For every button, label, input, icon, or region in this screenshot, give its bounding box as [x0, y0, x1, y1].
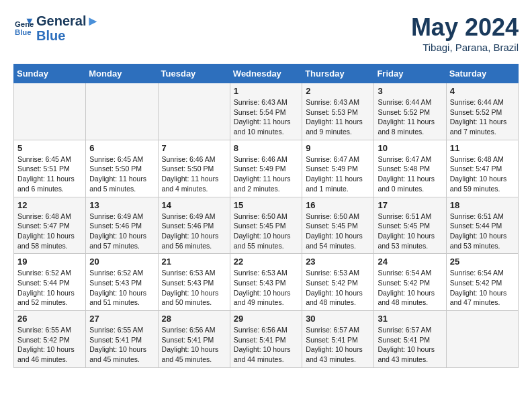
day-number: 11 — [450, 143, 515, 153]
calendar-cell — [14, 83, 86, 140]
calendar-cell: 31Sunrise: 6:57 AM Sunset: 5:41 PM Dayli… — [374, 311, 446, 368]
day-number: 26 — [17, 314, 82, 324]
calendar-cell: 14Sunrise: 6:49 AM Sunset: 5:46 PM Dayli… — [158, 197, 230, 254]
day-info: Sunrise: 6:45 AM Sunset: 5:50 PM Dayligh… — [89, 154, 154, 194]
calendar-cell: 24Sunrise: 6:54 AM Sunset: 5:42 PM Dayli… — [374, 254, 446, 311]
day-info: Sunrise: 6:49 AM Sunset: 5:46 PM Dayligh… — [162, 212, 226, 251]
logo: General Blue General► Blue — [13, 13, 99, 43]
calendar-cell: 7Sunrise: 6:46 AM Sunset: 5:50 PM Daylig… — [158, 140, 230, 197]
day-info: Sunrise: 6:46 AM Sunset: 5:49 PM Dayligh… — [234, 154, 298, 194]
day-info: Sunrise: 6:43 AM Sunset: 5:54 PM Dayligh… — [234, 97, 298, 137]
weekday-header-sunday: Sunday — [14, 64, 86, 83]
day-info: Sunrise: 6:43 AM Sunset: 5:53 PM Dayligh… — [306, 97, 370, 137]
calendar-cell: 15Sunrise: 6:50 AM Sunset: 5:45 PM Dayli… — [230, 197, 302, 254]
day-info: Sunrise: 6:55 AM Sunset: 5:42 PM Dayligh… — [17, 325, 82, 365]
day-info: Sunrise: 6:49 AM Sunset: 5:46 PM Dayligh… — [89, 212, 154, 251]
svg-text:Blue: Blue — [15, 28, 32, 36]
day-info: Sunrise: 6:57 AM Sunset: 5:41 PM Dayligh… — [306, 325, 370, 365]
calendar-cell: 8Sunrise: 6:46 AM Sunset: 5:49 PM Daylig… — [230, 140, 302, 197]
day-info: Sunrise: 6:54 AM Sunset: 5:42 PM Dayligh… — [450, 268, 515, 308]
day-info: Sunrise: 6:44 AM Sunset: 5:52 PM Dayligh… — [450, 97, 515, 137]
calendar-cell: 12Sunrise: 6:48 AM Sunset: 5:47 PM Dayli… — [14, 197, 86, 254]
day-info: Sunrise: 6:50 AM Sunset: 5:45 PM Dayligh… — [306, 212, 370, 251]
calendar-cell: 22Sunrise: 6:53 AM Sunset: 5:43 PM Dayli… — [230, 254, 302, 311]
title-block: May 2024 Tibagi, Parana, Brazil — [411, 13, 519, 53]
day-number: 13 — [89, 200, 154, 210]
day-number: 17 — [378, 200, 442, 210]
day-number: 31 — [378, 314, 442, 324]
calendar-cell: 9Sunrise: 6:47 AM Sunset: 5:49 PM Daylig… — [302, 140, 374, 197]
day-number: 18 — [450, 200, 515, 210]
day-number: 1 — [234, 86, 298, 96]
calendar-cell: 30Sunrise: 6:57 AM Sunset: 5:41 PM Dayli… — [302, 311, 374, 368]
day-number: 25 — [450, 257, 515, 267]
day-number: 22 — [234, 257, 298, 267]
calendar-cell: 11Sunrise: 6:48 AM Sunset: 5:47 PM Dayli… — [446, 140, 518, 197]
weekday-header-wednesday: Wednesday — [230, 64, 302, 83]
calendar-cell: 18Sunrise: 6:51 AM Sunset: 5:44 PM Dayli… — [446, 197, 518, 254]
calendar-table: SundayMondayTuesdayWednesdayThursdayFrid… — [13, 64, 519, 368]
day-number: 29 — [234, 314, 298, 324]
calendar-cell: 19Sunrise: 6:52 AM Sunset: 5:44 PM Dayli… — [14, 254, 86, 311]
calendar-cell: 25Sunrise: 6:54 AM Sunset: 5:42 PM Dayli… — [446, 254, 518, 311]
day-number: 24 — [378, 257, 442, 267]
day-info: Sunrise: 6:53 AM Sunset: 5:42 PM Dayligh… — [306, 268, 370, 308]
calendar-cell: 13Sunrise: 6:49 AM Sunset: 5:46 PM Dayli… — [86, 197, 158, 254]
day-number: 15 — [234, 200, 298, 210]
day-number: 16 — [306, 200, 370, 210]
day-info: Sunrise: 6:53 AM Sunset: 5:43 PM Dayligh… — [162, 268, 226, 308]
logo-icon: General Blue — [15, 17, 34, 36]
day-info: Sunrise: 6:50 AM Sunset: 5:45 PM Dayligh… — [234, 212, 298, 251]
day-info: Sunrise: 6:44 AM Sunset: 5:52 PM Dayligh… — [378, 97, 442, 137]
day-number: 8 — [234, 143, 298, 153]
logo-general: General► — [36, 13, 99, 28]
day-info: Sunrise: 6:53 AM Sunset: 5:43 PM Dayligh… — [234, 268, 298, 308]
day-info: Sunrise: 6:46 AM Sunset: 5:50 PM Dayligh… — [162, 154, 226, 194]
day-info: Sunrise: 6:57 AM Sunset: 5:41 PM Dayligh… — [378, 325, 442, 365]
day-number: 21 — [162, 257, 226, 267]
page-header: General Blue General► Blue May 2024 Tiba… — [13, 13, 519, 53]
day-number: 20 — [89, 257, 154, 267]
day-number: 5 — [17, 143, 82, 153]
calendar-cell: 21Sunrise: 6:53 AM Sunset: 5:43 PM Dayli… — [158, 254, 230, 311]
day-number: 3 — [378, 86, 442, 96]
weekday-header-saturday: Saturday — [446, 64, 518, 83]
calendar-cell: 4Sunrise: 6:44 AM Sunset: 5:52 PM Daylig… — [446, 83, 518, 140]
calendar-cell: 3Sunrise: 6:44 AM Sunset: 5:52 PM Daylig… — [374, 83, 446, 140]
day-number: 7 — [162, 143, 226, 153]
day-info: Sunrise: 6:54 AM Sunset: 5:42 PM Dayligh… — [378, 268, 442, 308]
day-number: 19 — [17, 257, 82, 267]
day-info: Sunrise: 6:47 AM Sunset: 5:48 PM Dayligh… — [378, 154, 442, 194]
calendar-cell: 28Sunrise: 6:56 AM Sunset: 5:41 PM Dayli… — [158, 311, 230, 368]
calendar-cell: 29Sunrise: 6:56 AM Sunset: 5:41 PM Dayli… — [230, 311, 302, 368]
weekday-header-tuesday: Tuesday — [158, 64, 230, 83]
day-number: 10 — [378, 143, 442, 153]
day-info: Sunrise: 6:51 AM Sunset: 5:44 PM Dayligh… — [450, 212, 515, 251]
calendar-cell: 20Sunrise: 6:52 AM Sunset: 5:43 PM Dayli… — [86, 254, 158, 311]
calendar-cell: 10Sunrise: 6:47 AM Sunset: 5:48 PM Dayli… — [374, 140, 446, 197]
calendar-cell — [158, 83, 230, 140]
calendar-cell: 2Sunrise: 6:43 AM Sunset: 5:53 PM Daylig… — [302, 83, 374, 140]
weekday-header-friday: Friday — [374, 64, 446, 83]
calendar-cell: 6Sunrise: 6:45 AM Sunset: 5:50 PM Daylig… — [86, 140, 158, 197]
calendar-cell: 23Sunrise: 6:53 AM Sunset: 5:42 PM Dayli… — [302, 254, 374, 311]
day-number: 28 — [162, 314, 226, 324]
day-number: 9 — [306, 143, 370, 153]
calendar-cell: 1Sunrise: 6:43 AM Sunset: 5:54 PM Daylig… — [230, 83, 302, 140]
day-info: Sunrise: 6:52 AM Sunset: 5:44 PM Dayligh… — [17, 268, 82, 308]
calendar-cell — [86, 83, 158, 140]
day-info: Sunrise: 6:47 AM Sunset: 5:49 PM Dayligh… — [306, 154, 370, 194]
month-title: May 2024 — [411, 13, 519, 42]
day-number: 6 — [89, 143, 154, 153]
day-number: 27 — [89, 314, 154, 324]
day-info: Sunrise: 6:45 AM Sunset: 5:51 PM Dayligh… — [17, 154, 82, 194]
calendar-cell: 16Sunrise: 6:50 AM Sunset: 5:45 PM Dayli… — [302, 197, 374, 254]
weekday-header-row: SundayMondayTuesdayWednesdayThursdayFrid… — [14, 64, 519, 83]
day-number: 4 — [450, 86, 515, 96]
logo-blue: Blue — [36, 28, 99, 43]
day-info: Sunrise: 6:56 AM Sunset: 5:41 PM Dayligh… — [234, 325, 298, 365]
day-number: 14 — [162, 200, 226, 210]
location: Tibagi, Parana, Brazil — [411, 42, 519, 53]
calendar-cell: 5Sunrise: 6:45 AM Sunset: 5:51 PM Daylig… — [14, 140, 86, 197]
day-number: 23 — [306, 257, 370, 267]
